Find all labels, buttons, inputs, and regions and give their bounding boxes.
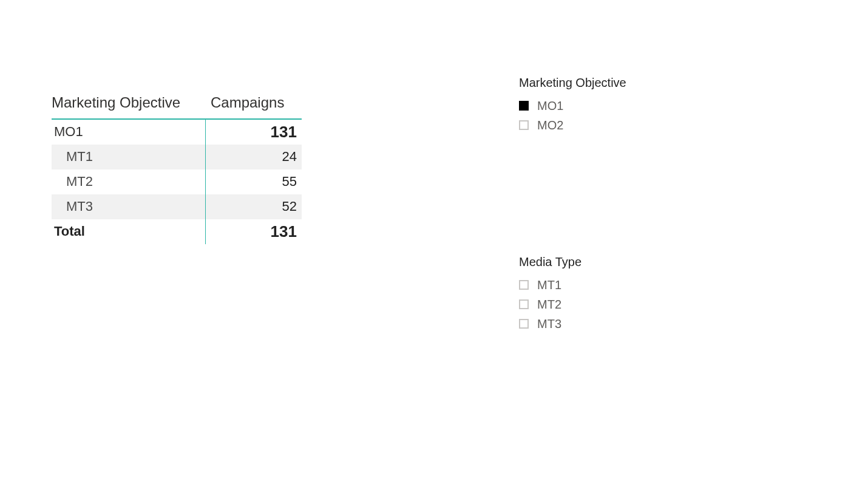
matrix-header-label: Marketing Objective bbox=[52, 94, 206, 111]
matrix-row-parent[interactable]: MO1 131 bbox=[52, 120, 302, 145]
matrix-cell-label: MT1 bbox=[52, 145, 206, 169]
matrix-cell-value: 131 bbox=[206, 120, 302, 145]
matrix-total-value: 131 bbox=[206, 219, 302, 244]
matrix-total-label: Total bbox=[52, 219, 206, 244]
checkbox-icon bbox=[519, 319, 529, 329]
matrix-row-child[interactable]: MT1 24 bbox=[52, 145, 302, 169]
slicer-item-label: MT3 bbox=[537, 317, 561, 331]
matrix-cell-label: MT2 bbox=[52, 169, 206, 194]
matrix-visual: Marketing Objective Campaigns MO1 131 MT… bbox=[52, 94, 302, 244]
checkbox-icon bbox=[519, 299, 529, 309]
checkbox-icon bbox=[519, 120, 529, 130]
slicer-item-mt2[interactable]: MT2 bbox=[519, 295, 701, 314]
slicer-media-type: Media Type MT1 MT2 MT3 bbox=[519, 255, 701, 333]
slicer-item-label: MT2 bbox=[537, 298, 561, 312]
slicer-item-mo2[interactable]: MO2 bbox=[519, 115, 701, 135]
slicer-title: Marketing Objective bbox=[519, 76, 701, 90]
matrix-row-child[interactable]: MT2 55 bbox=[52, 169, 302, 194]
checkbox-icon bbox=[519, 101, 529, 111]
checkbox-icon bbox=[519, 280, 529, 290]
slicer-item-label: MT1 bbox=[537, 278, 561, 292]
matrix-cell-label: MO1 bbox=[52, 120, 206, 145]
slicer-title: Media Type bbox=[519, 255, 701, 269]
matrix-cell-value: 24 bbox=[206, 145, 302, 169]
matrix-row-total: Total 131 bbox=[52, 219, 302, 244]
slicer-item-label: MO1 bbox=[537, 99, 563, 113]
slicer-item-mo1[interactable]: MO1 bbox=[519, 96, 701, 115]
matrix-row-child[interactable]: MT3 52 bbox=[52, 194, 302, 219]
matrix-cell-value: 52 bbox=[206, 194, 302, 219]
matrix-cell-value: 55 bbox=[206, 169, 302, 194]
matrix-header-value: Campaigns bbox=[206, 94, 302, 111]
slicer-item-label: MO2 bbox=[537, 118, 563, 132]
matrix-cell-label: MT3 bbox=[52, 194, 206, 219]
slicer-item-mt1[interactable]: MT1 bbox=[519, 275, 701, 295]
slicer-item-mt3[interactable]: MT3 bbox=[519, 314, 701, 333]
slicer-marketing-objective: Marketing Objective MO1 MO2 bbox=[519, 76, 701, 135]
matrix-header: Marketing Objective Campaigns bbox=[52, 94, 302, 118]
matrix-body: MO1 131 MT1 24 MT2 55 MT3 52 Total 131 bbox=[52, 118, 302, 244]
